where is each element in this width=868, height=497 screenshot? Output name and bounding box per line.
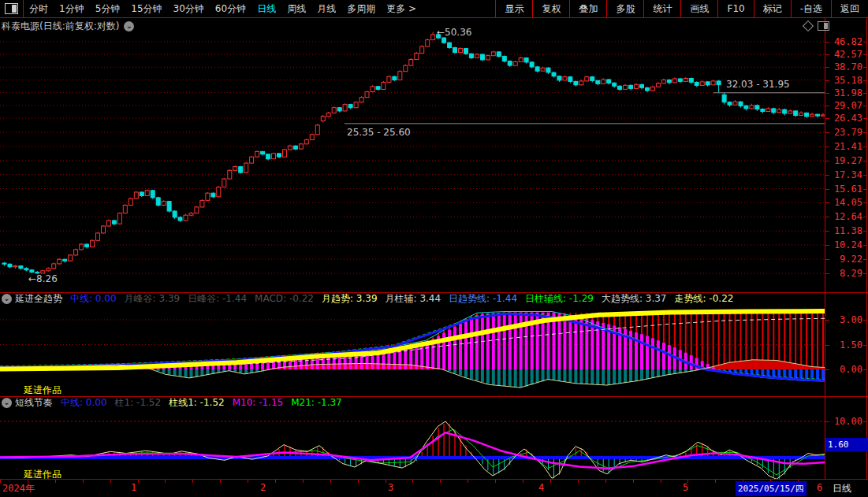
rhythm-indicator-chart[interactable] (0, 409, 825, 479)
month-label: 6 (817, 482, 822, 493)
axis-tick (863, 80, 867, 81)
candles-group (2, 32, 825, 274)
menu-item-多周期[interactable]: 多周期 (341, 0, 381, 17)
time-tick (138, 480, 139, 483)
m21-line (0, 429, 825, 475)
axis-label: 9.22 (828, 254, 862, 265)
menu-item-复权[interactable]: 复权 (532, 0, 569, 17)
axis-tick (863, 118, 867, 119)
axis-label: 38.70 (828, 61, 862, 72)
menu-item-画线[interactable]: 画线 (680, 0, 717, 17)
menu-item-60分钟[interactable]: 60分钟 (210, 0, 251, 17)
axis-tick (863, 161, 867, 161)
cyan-rhythm-bars (213, 458, 801, 479)
period-menu: 分时1分钟5分钟15分钟30分钟60分钟日线周线月线多周期更多 > (24, 0, 422, 17)
axis-tick (825, 67, 829, 68)
collapse-chevron-icon[interactable]: ⌄ (2, 398, 12, 408)
indicator-value-M10: M10: -1.15 (233, 397, 284, 409)
page-title: 科泰电源(日线:前复权:对数) (2, 20, 119, 33)
watermark-text: 延进作品 (24, 468, 61, 481)
chevron-down-icon[interactable]: ⌄ (124, 21, 134, 32)
axis-tick (863, 42, 867, 43)
axis-tick (863, 217, 867, 217)
axis-label: 29.07 (828, 100, 862, 111)
diamond-icon[interactable] (803, 20, 814, 32)
axis-label: 26.43 (828, 113, 862, 124)
rhythm-panel-title: 短线节奏 (15, 397, 53, 409)
time-tick (192, 480, 193, 483)
time-tick (715, 480, 716, 483)
axis-border (825, 17, 825, 496)
menu-item-F10[interactable]: F10 (717, 0, 753, 17)
axis-label: 21.41 (828, 141, 862, 152)
axis-label: 10.00 (828, 416, 862, 427)
layout-panel-icon[interactable] (5, 3, 18, 14)
indicator-value-M21: M21: -1.37 (291, 397, 342, 409)
indicator-value-月柱辅: 月柱辅: 3.44 (386, 293, 441, 305)
axis-tick (825, 273, 829, 274)
menu-item-叠加[interactable]: 叠加 (569, 0, 606, 17)
menu-item-返回[interactable]: 返回 (831, 0, 868, 17)
time-tick (83, 480, 84, 483)
time-tick (275, 480, 276, 483)
month-label: 5 (683, 482, 688, 493)
menu-item--自选[interactable]: -自选 (791, 0, 831, 17)
time-tick (468, 480, 468, 483)
axis-tick (863, 421, 867, 422)
time-tick (0, 480, 1, 483)
collapse-chevron-icon[interactable]: ⌄ (2, 294, 12, 304)
axis-label: 14.05 (828, 197, 862, 208)
month-label: 2 (260, 482, 266, 493)
axis-label: 19.27 (828, 155, 862, 166)
menu-item-标记[interactable]: 标记 (754, 0, 791, 17)
axis-tick (825, 118, 829, 119)
menu-item-周线[interactable]: 周线 (281, 0, 311, 17)
axis-tick (863, 189, 867, 190)
menu-item-30分钟[interactable]: 30分钟 (168, 0, 210, 17)
time-tick (303, 480, 304, 483)
menu-item-多股[interactable]: 多股 (606, 0, 643, 17)
menu-item-15分钟[interactable]: 15分钟 (125, 0, 167, 17)
price-annotation: 25.35 - 25.60 (347, 127, 411, 138)
month-label: 4 (538, 482, 544, 493)
axis-tick (825, 93, 829, 94)
axis-label: 8.29 (828, 268, 862, 279)
main-candle-chart[interactable] (0, 32, 825, 292)
axis-label: 1.50 (828, 339, 862, 350)
axis-tick (863, 259, 867, 260)
axis-tick (863, 231, 867, 232)
axis-tick (863, 132, 867, 133)
menu-item-分时[interactable]: 分时 (24, 0, 54, 17)
axis-tick (863, 93, 867, 94)
menubar-underline (0, 17, 868, 18)
split-panel-icon[interactable] (818, 21, 829, 31)
axis-label: 10.24 (828, 239, 862, 250)
menu-item-显示[interactable]: 显示 (495, 0, 532, 17)
time-tick (605, 480, 606, 483)
axis-tick (825, 161, 829, 161)
axis-tick (825, 54, 829, 55)
axis-tick (825, 231, 829, 232)
axis-tick (825, 202, 829, 203)
menu-item-日线[interactable]: 日线 (251, 0, 281, 17)
time-tick (358, 480, 359, 483)
axis-label: 15.61 (828, 184, 862, 195)
menu-item-1分钟[interactable]: 1分钟 (54, 0, 90, 17)
indicator-value-日趋势线: 日趋势线: -1.44 (449, 293, 517, 305)
axis-tick (825, 189, 829, 190)
menu-item-月线[interactable]: 月线 (311, 0, 341, 17)
top-menubar: 分时1分钟5分钟15分钟30分钟60分钟日线周线月线多周期更多 > 显示复权叠加… (0, 0, 868, 17)
axis-tick (825, 320, 829, 321)
right-border (866, 17, 867, 496)
menu-item-5分钟[interactable]: 5分钟 (90, 0, 126, 17)
indicator-value-中线: 中线: 0.00 (70, 293, 117, 305)
menu-item-更多 >[interactable]: 更多 > (381, 0, 422, 17)
rhythm-panel-header: ⌄ 短线节奏 中线: 0.00柱1: -1.52柱线1: -1.52M10: -… (0, 397, 826, 409)
trend-panel-title: 延进全趋势 (15, 293, 62, 305)
trend-indicator-chart[interactable] (0, 305, 825, 396)
time-tick (220, 480, 221, 483)
axis-tick (863, 147, 867, 147)
menu-item-统计[interactable]: 统计 (643, 0, 680, 17)
watermark-text: 延进作品 (24, 384, 61, 397)
red-column-bars (5, 313, 824, 369)
